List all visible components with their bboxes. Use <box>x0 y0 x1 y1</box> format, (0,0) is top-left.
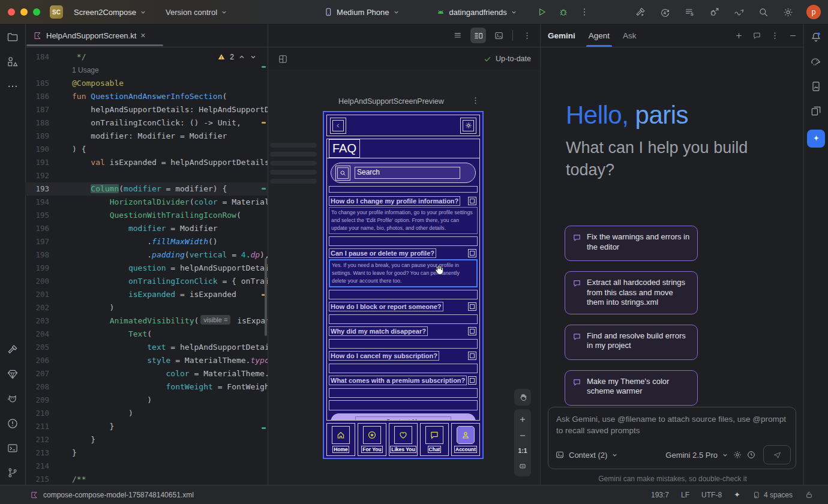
code-line[interactable]: 212 } <box>25 433 268 446</box>
code-line[interactable]: 189 modifier: Modifier = Modifier <box>25 130 268 143</box>
zoom-in-icon[interactable] <box>518 415 527 424</box>
code-line[interactable]: 201 isExpanded = isExpanded <box>25 288 268 301</box>
code-line[interactable]: 188 onTrailingIconClick: () -> Unit, <box>25 116 268 130</box>
phone-content[interactable]: FAQ Search How do I change my profile in… <box>326 139 480 421</box>
project-menu[interactable]: Screen2Compose <box>68 4 152 20</box>
code-line[interactable]: 202 ) <box>25 301 268 314</box>
debug-button[interactable] <box>553 4 574 20</box>
code-line[interactable]: 214 <box>25 460 268 473</box>
send-button[interactable] <box>763 445 791 464</box>
running-devices-icon[interactable] <box>810 80 822 92</box>
prev-issue-icon[interactable] <box>238 53 245 61</box>
code-line[interactable]: 203 AnimatedVisibility(visible = isExpan <box>25 314 268 328</box>
code-line[interactable]: 206 style = MaterialTheme.typo <box>25 354 268 367</box>
code-line[interactable]: 204 Text( <box>25 328 268 341</box>
back-button[interactable] <box>330 118 346 134</box>
suggestion-card[interactable]: Make my Theme's color scheme warmer <box>565 370 698 406</box>
tab-scroll-indicator[interactable] <box>26 44 163 46</box>
build-button[interactable] <box>629 4 652 20</box>
nav-item-for-you[interactable]: For You <box>358 423 386 456</box>
faq-answer-text[interactable]: Yes. If you need a break, you can pause … <box>329 259 478 287</box>
close-tab-icon[interactable]: × <box>140 31 145 40</box>
gemini-sparkle-button[interactable] <box>807 130 825 148</box>
tab-ask[interactable]: Ask <box>623 24 637 47</box>
phone-top-app-bar[interactable] <box>326 115 480 136</box>
code-view-button[interactable] <box>450 28 466 43</box>
preview-item-kebab-icon[interactable] <box>471 96 480 105</box>
preview-canvas[interactable]: HelpAndSupportScreenPreview FAQ Search H… <box>268 70 541 485</box>
preview-name-label[interactable]: HelpAndSupportScreenPreview <box>338 97 444 106</box>
code-line[interactable]: 191 val isExpanded = helpAndSupportDetai… <box>25 156 268 169</box>
history-clock-icon[interactable] <box>746 450 756 460</box>
search-everywhere-button[interactable] <box>752 4 775 20</box>
expand-toggle-icon[interactable] <box>468 302 476 311</box>
preview-sync-status[interactable]: Up-to-date <box>483 55 531 64</box>
faq-question-row[interactable]: How do I change my profile information? <box>329 196 478 206</box>
expand-toggle-icon[interactable] <box>468 352 476 360</box>
faq-answer-text[interactable]: To change your profile information, go t… <box>329 207 478 234</box>
search-input[interactable]: Search <box>355 167 460 179</box>
code-line[interactable]: 215/** <box>25 473 268 485</box>
phone-preview-frame[interactable]: FAQ Search How do I change my profile in… <box>323 111 484 459</box>
context-selector[interactable]: Context (2) <box>569 451 607 460</box>
stripe-mark[interactable] <box>262 66 266 68</box>
ai-sparkle-icon[interactable]: ✦ <box>734 490 740 499</box>
nav-item-account[interactable]: Account <box>451 423 480 456</box>
nav-item-home[interactable]: Home <box>326 423 355 456</box>
gemini-input[interactable] <box>556 413 788 445</box>
suggestion-card[interactable]: Fix the warnings and errors in the edito… <box>565 226 698 261</box>
gradle-elephant-icon[interactable] <box>810 56 822 68</box>
layout-switch-icon[interactable] <box>278 54 288 64</box>
code-line[interactable]: 210 ) <box>25 407 268 420</box>
faq-question-row[interactable]: How do I block or report someone? <box>329 302 478 312</box>
code-line[interactable]: 208 fontWeight = FontWeigh <box>25 380 268 394</box>
minimize-panel-icon[interactable] <box>788 31 797 40</box>
line-ending[interactable]: LF <box>681 491 689 499</box>
attach-image-icon[interactable] <box>555 450 565 460</box>
zoom-out-icon[interactable] <box>518 431 527 440</box>
code-area[interactable]: 184 */1 Usage185@Composable186fun Questi… <box>25 47 268 485</box>
terminal-icon[interactable] <box>7 442 19 454</box>
code-line[interactable]: 195 QuestionWithTrailingIconRow( <box>25 209 268 222</box>
code-line[interactable]: 197 .fillMaxWidth() <box>25 235 268 248</box>
suggestion-card[interactable]: Find and resolve build errors in my proj… <box>565 325 698 360</box>
code-line[interactable]: 205 text = helpAndSupportDetai <box>25 341 268 354</box>
code-line[interactable]: 193 Column(modifier = modifier) { <box>25 182 268 196</box>
code-line[interactable]: 211 } <box>25 420 268 433</box>
code-line[interactable]: 186fun QuestionAndAnswerInfoSection( <box>25 90 268 103</box>
vcs-menu[interactable]: Version control <box>160 4 233 20</box>
contact-us-button[interactable]: Contact Us <box>331 413 476 421</box>
code-line[interactable]: 185@Composable <box>25 77 268 90</box>
faq-question-row[interactable]: What comes with a premium subscription? <box>329 376 478 386</box>
nav-item-likes-you[interactable]: Likes You <box>389 423 418 456</box>
run-configuration-selector[interactable]: datingandfriends <box>430 4 523 20</box>
file-encoding[interactable]: UTF-8 <box>701 491 722 499</box>
preview-options-kebab-icon[interactable] <box>519 28 535 43</box>
new-chat-icon[interactable] <box>734 31 743 40</box>
expand-toggle-icon[interactable] <box>468 327 476 335</box>
app-quality-insights-icon[interactable] <box>7 368 19 380</box>
caret-position[interactable]: 193:7 <box>651 491 669 499</box>
pan-tool-button[interactable] <box>514 389 531 406</box>
logcat-icon[interactable] <box>7 393 19 405</box>
code-line[interactable]: 187 helpAndSupportDetails: HelpAndSuppor… <box>25 103 268 116</box>
run-button[interactable] <box>531 4 553 20</box>
version-control-icon[interactable] <box>7 467 19 479</box>
problems-icon[interactable] <box>7 418 19 430</box>
indent-setting[interactable]: 4 spaces <box>752 491 793 499</box>
tab-agent[interactable]: Agent <box>589 24 610 47</box>
stripe-mark[interactable] <box>262 122 266 124</box>
stripe-mark[interactable] <box>262 188 266 190</box>
user-avatar[interactable]: p <box>806 5 821 19</box>
code-line[interactable]: 198 .padding(vertical = 4.dp), <box>25 248 268 262</box>
profiler-button[interactable] <box>703 4 725 20</box>
unlock-icon[interactable] <box>805 490 814 499</box>
panel-options-kebab-icon[interactable] <box>770 31 779 40</box>
device-streaming-button[interactable] <box>728 4 750 20</box>
code-line[interactable]: 213} <box>25 446 268 460</box>
expand-toggle-icon[interactable] <box>468 376 476 385</box>
status-file-name[interactable]: compose-compose-model-1758748140651.xml <box>43 491 194 499</box>
code-line[interactable]: 207 color = MaterialTheme. <box>25 367 268 380</box>
code-line[interactable]: 199 question = helpAndSupportDetai <box>25 262 268 275</box>
inspections-widget[interactable]: 2 <box>215 52 259 62</box>
